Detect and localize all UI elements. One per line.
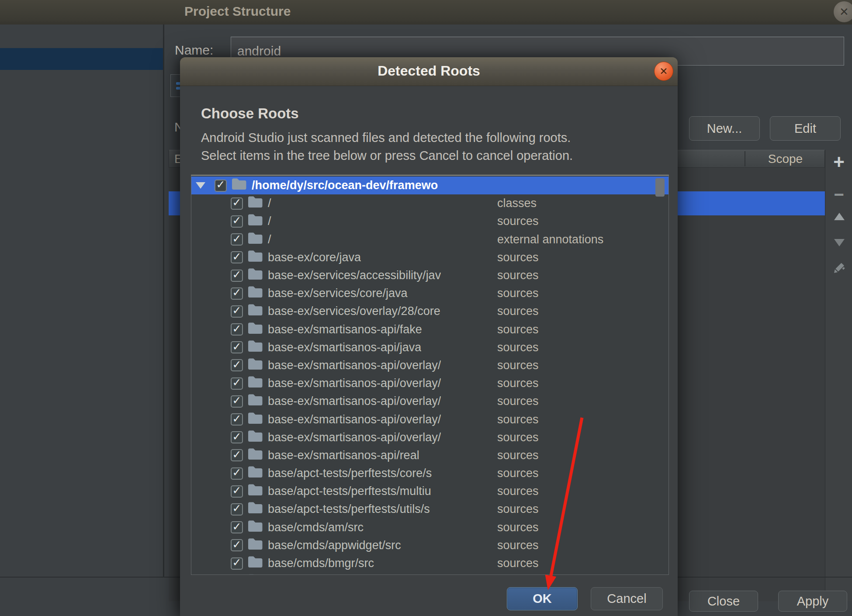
row-checkbox[interactable]: ✓: [231, 449, 243, 461]
row-checkbox[interactable]: ✓: [231, 341, 243, 353]
tree-row[interactable]: ✓ base/apct-tests/perftests/core/s sourc…: [191, 464, 668, 482]
move-up-icon[interactable]: [834, 213, 845, 220]
row-checkbox[interactable]: ✓: [231, 557, 243, 570]
row-checkbox[interactable]: ✓: [231, 287, 243, 300]
edit-button[interactable]: Edit: [770, 116, 841, 141]
check-icon: ✓: [232, 449, 242, 460]
tree-row[interactable]: ✓ base-ex/smartisanos-api/fake sources: [191, 321, 668, 339]
root-type: sources: [497, 323, 539, 336]
root-type: sources: [497, 215, 539, 228]
move-down-icon[interactable]: [834, 239, 845, 246]
tree-row[interactable]: ✓ / sources: [191, 212, 668, 230]
tree-row[interactable]: ✓ base/apct-tests/perftests/multiu sourc…: [191, 482, 668, 500]
check-icon: ✓: [232, 323, 242, 334]
tree-row[interactable]: ✓ base-ex/services/overlay/28/core sourc…: [191, 302, 668, 320]
row-checkbox[interactable]: ✓: [231, 377, 243, 390]
folder-icon: [248, 556, 263, 571]
folder-icon: [248, 250, 263, 265]
check-icon: ✓: [232, 269, 242, 280]
tree-scrollbar-thumb[interactable]: [655, 178, 665, 197]
row-checkbox[interactable]: ✓: [231, 251, 243, 263]
check-icon: ✓: [232, 485, 242, 496]
new-button[interactable]: New...: [689, 116, 760, 141]
tree-row[interactable]: ✓ / classes: [191, 194, 668, 212]
window-titlebar: Project Structure ✕: [0, 0, 852, 24]
root-type: sources: [497, 502, 539, 516]
row-checkbox[interactable]: ✓: [231, 413, 243, 426]
dialog-close-icon[interactable]: ✕: [654, 62, 673, 81]
row-checkbox[interactable]: ✓: [231, 539, 243, 551]
row-checkbox[interactable]: ✓: [231, 485, 243, 498]
folder-icon: [248, 232, 263, 247]
tree-row[interactable]: ✓ base/cmds/am/src sources: [191, 519, 668, 536]
row-checkbox[interactable]: ✓: [231, 503, 243, 516]
tree-row[interactable]: ✓ base-ex/services/core/java sources: [191, 284, 668, 302]
root-type: sources: [497, 287, 539, 300]
row-checkbox[interactable]: ✓: [231, 521, 243, 533]
tree-row[interactable]: ✓ base/cmds/appwidget/src sources: [191, 536, 668, 554]
tree-row[interactable]: ✓ base-ex/services/accessibility/jav sou…: [191, 266, 668, 284]
folder-icon: [248, 394, 263, 409]
row-checkbox[interactable]: ✓: [231, 215, 243, 228]
check-icon: ✓: [232, 341, 242, 352]
dialog-description: Android Studio just scanned files and de…: [201, 129, 573, 165]
ok-button[interactable]: OK: [507, 587, 578, 610]
root-path: base-ex/smartisanos-api/java: [268, 341, 421, 354]
check-icon: ✓: [232, 305, 242, 316]
row-checkbox[interactable]: ✓: [231, 197, 243, 210]
row-checkbox[interactable]: ✓: [231, 323, 243, 336]
tree-row[interactable]: ✓ base-ex/smartisanos-api/overlay/ sourc…: [191, 392, 668, 410]
folder-icon: [248, 340, 263, 355]
tree-row[interactable]: ✓ base-ex/smartisanos-api/real sources: [191, 446, 668, 464]
tree-row[interactable]: ✓ base-ex/smartisanos-api/overlay/ sourc…: [191, 429, 668, 446]
close-button[interactable]: Close: [689, 591, 758, 612]
tree-row[interactable]: ✓ base/apct-tests/perftests/utils/s sour…: [191, 500, 668, 518]
expand-arrow-icon[interactable]: [196, 182, 205, 189]
check-icon: ✓: [232, 233, 242, 244]
cancel-button[interactable]: Cancel: [591, 587, 663, 610]
check-icon: ✓: [232, 539, 242, 550]
folder-icon: [248, 466, 263, 481]
tree-row[interactable]: ✓ /home/dy/src/ocean-dev/framewo: [191, 176, 668, 194]
root-path: base-ex/services/overlay/28/core: [268, 305, 440, 318]
tree-row[interactable]: ✓ base-ex/smartisanos-api/java sources: [191, 339, 668, 356]
edit-pencil-icon[interactable]: [825, 260, 852, 277]
table-side-toolbar: + −: [825, 150, 852, 601]
row-checkbox[interactable]: ✓: [231, 233, 243, 246]
remove-icon[interactable]: −: [825, 186, 852, 203]
tree-row[interactable]: ✓ / external annotations: [191, 231, 668, 249]
row-checkbox[interactable]: ✓: [231, 467, 243, 480]
tree-row[interactable]: ✓ base-ex/smartisanos-api/overlay/ sourc…: [191, 356, 668, 374]
tree-row[interactable]: ✓ base-ex/core/java sources: [191, 249, 668, 266]
tree-row[interactable]: ✓ base-ex/smartisanos-api/overlay/ sourc…: [191, 410, 668, 428]
folder-icon: [248, 286, 263, 301]
folder-icon: [248, 502, 263, 517]
check-icon: ✓: [232, 197, 242, 208]
tree-row[interactable]: ✓ base-ex/smartisanos-api/overlay/ sourc…: [191, 374, 668, 392]
tree-row[interactable]: ✓: [191, 572, 668, 575]
apply-button[interactable]: Apply: [778, 591, 847, 612]
add-icon[interactable]: +: [825, 152, 852, 172]
row-checkbox[interactable]: ✓: [231, 305, 243, 318]
root-path: base/cmds/appwidget/src: [268, 539, 401, 552]
folder-icon: [248, 412, 263, 427]
folder-icon: [248, 376, 263, 391]
window-close-icon[interactable]: ✕: [834, 1, 852, 22]
tree-row[interactable]: ✓ base/cmds/bmgr/src sources: [191, 554, 668, 572]
dialog-titlebar[interactable]: Detected Roots ✕: [180, 57, 678, 86]
row-checkbox[interactable]: ✓: [215, 180, 227, 192]
row-checkbox[interactable]: ✓: [231, 431, 243, 443]
root-path: base-ex/smartisanos-api/fake: [268, 323, 422, 336]
folder-icon: [232, 178, 246, 193]
folder-icon: [248, 520, 263, 535]
row-checkbox[interactable]: ✓: [231, 270, 243, 282]
root-path: /: [268, 197, 271, 210]
root-type: sources: [497, 269, 539, 282]
row-checkbox[interactable]: ✓: [231, 359, 243, 371]
folder-icon: [248, 484, 263, 499]
row-checkbox[interactable]: ✓: [231, 395, 243, 408]
root-type: sources: [497, 521, 539, 534]
folder-icon: [248, 268, 263, 283]
root-path: base-ex/smartisanos-api/overlay/: [268, 359, 441, 372]
sidebar-selected-item[interactable]: [0, 48, 163, 70]
